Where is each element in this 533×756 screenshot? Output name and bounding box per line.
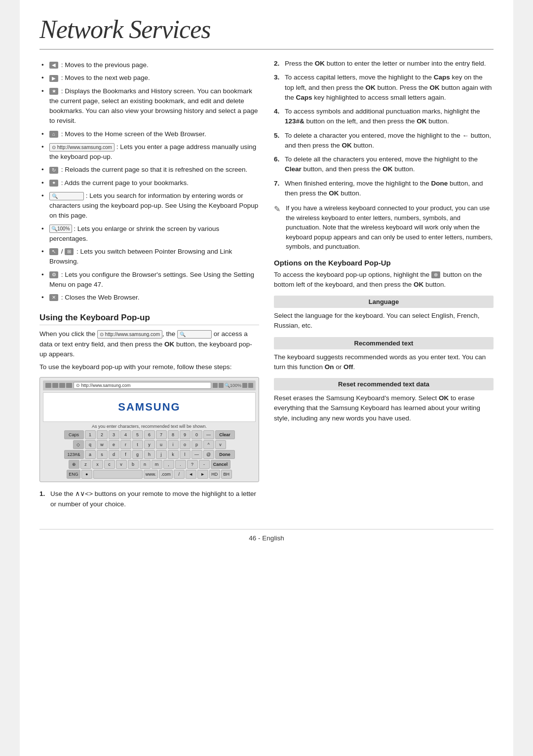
key-3[interactable]: 3 (109, 430, 119, 439)
key-v[interactable]: v (116, 460, 127, 469)
key-question[interactable]: ? (187, 460, 198, 469)
key-hyphen[interactable]: - (199, 460, 210, 469)
spacebar-key[interactable] (93, 470, 143, 479)
key-n[interactable]: n (140, 460, 151, 469)
key-6[interactable]: 6 (144, 430, 155, 439)
list-item: ★ : Displays the Bookmarks and History s… (39, 85, 259, 128)
list-item: ▶ : Moves to the next web page. (39, 72, 259, 84)
key-o[interactable]: o (180, 440, 190, 449)
clear-key[interactable]: Clear (215, 430, 235, 439)
key-globe[interactable]: ⊕ (69, 460, 79, 469)
key-b[interactable]: b (128, 460, 139, 469)
key-c[interactable]: c (104, 460, 115, 469)
samsung-logo-text: SAMSUNG (118, 401, 180, 414)
key-at[interactable]: @ (203, 450, 214, 459)
samsung-logo-area: SAMSUNG (43, 392, 256, 422)
key-period[interactable]: . (175, 460, 186, 469)
zoom-label: 🔍100% (225, 383, 241, 388)
page-title: Network Services (39, 15, 494, 50)
key-p[interactable]: p (191, 440, 202, 449)
key-f[interactable]: f (120, 450, 131, 459)
right-icon-2 (219, 383, 224, 388)
nav-icon-3 (59, 383, 65, 388)
key-h[interactable]: h (144, 450, 155, 459)
close-icon: ✕ (49, 294, 58, 301)
key-j[interactable]: j (156, 450, 167, 459)
key-g[interactable]: g (132, 450, 143, 459)
keyboard-url-bar: ⊙ http://www.samsung.com (74, 382, 211, 389)
key-k[interactable]: k (168, 450, 179, 459)
keyboard-row-5: ENG ● www. .com / ◄ ► HD BH (43, 470, 256, 479)
key-4[interactable]: 4 (120, 430, 131, 439)
topbar-icons (45, 383, 72, 388)
options-intro-text: To access the keyboard pop-up options, h… (274, 270, 494, 290)
key-1[interactable]: 1 (85, 430, 96, 439)
step-2: 2. Press the OK button to enter the lett… (274, 59, 494, 69)
list-item: ◀ : Moves to the previous page. (39, 59, 259, 72)
cancel-key[interactable]: Cancel (211, 460, 230, 469)
step-5: 5. To delete a character you entered, mo… (274, 131, 494, 151)
key-0[interactable]: 0 (191, 430, 202, 439)
bookmark-add-icon: ✦ (49, 180, 58, 187)
recommended-text-subsection-text: The keyboard suggests recommended words … (274, 352, 494, 373)
key-dash2[interactable]: — (191, 450, 202, 459)
right-icon-4 (248, 383, 253, 388)
key-down[interactable]: v (215, 440, 226, 449)
list-item: ⌂ : Moves to the Home screen of the Web … (39, 128, 259, 141)
key-2[interactable]: 2 (97, 430, 108, 439)
keyboard-rows: Caps 1 2 3 4 5 6 7 8 9 0 — Clear (43, 430, 256, 479)
keyboard-row-4: ⊕ z x c v b n m , . ? - Cancel (43, 460, 256, 469)
right-icon-1 (213, 383, 218, 388)
key-m[interactable]: m (152, 460, 162, 469)
keyboard-row-1: Caps 1 2 3 4 5 6 7 8 9 0 — Clear (43, 430, 256, 439)
list-item: ✦ : Adds the current page to your bookma… (39, 177, 259, 189)
key-eng[interactable]: ENG (67, 470, 80, 479)
keyboard-row-3: 123#& a s d f g h j k l — @ Done (43, 450, 256, 459)
done-key[interactable]: Done (215, 450, 235, 459)
key-i[interactable]: i (168, 440, 179, 449)
list-item: ✕ : Closes the Web Browser. (39, 291, 259, 304)
language-subsection-text: Select the language for the keyboard. Yo… (274, 311, 494, 331)
key-bh[interactable]: BH (221, 470, 232, 479)
key-slash[interactable]: / (174, 470, 185, 479)
options-icon: ⊕ (431, 271, 440, 278)
key-comma[interactable]: , (163, 460, 174, 469)
key-7[interactable]: 7 (156, 430, 167, 439)
key-www[interactable]: www. (144, 470, 158, 479)
forward-arrow-icon: ▶ (49, 75, 58, 82)
keyboard-intro-text: When you click the ⊙ http://www.samsung.… (39, 329, 259, 359)
key-8[interactable]: 8 (168, 430, 179, 439)
url-bar-icon: ⊙ http://www.samsung.com (49, 143, 114, 151)
key-w[interactable]: w (97, 440, 108, 449)
key-hd[interactable]: HD (209, 470, 220, 479)
steps-list-right: 2. Press the OK button to enter the lett… (274, 59, 494, 198)
back-arrow-icon: ◀ (49, 62, 58, 69)
key-up[interactable]: ^ (203, 440, 214, 449)
key-z[interactable]: z (80, 460, 91, 469)
key-l[interactable]: l (180, 450, 190, 459)
key-e[interactable]: e (109, 440, 119, 449)
key-d[interactable]: d (109, 450, 119, 459)
reset-subsection-label: Reset recommended text data (274, 378, 494, 390)
key-left-arrow[interactable]: ◄ (186, 470, 196, 479)
feature-bullet-list: ◀ : Moves to the previous page. ▶ : Move… (39, 59, 259, 304)
key-123[interactable]: 123#& (64, 450, 84, 459)
key-y[interactable]: y (144, 440, 155, 449)
key-5[interactable]: 5 (132, 430, 143, 439)
key-x[interactable]: x (92, 460, 103, 469)
key-dotcom[interactable]: .com (159, 470, 173, 479)
key-r[interactable]: r (120, 440, 131, 449)
key-t[interactable]: t (132, 440, 143, 449)
key-right-arrow[interactable]: ► (197, 470, 208, 479)
key-s[interactable]: s (97, 450, 108, 459)
key-a[interactable]: a (85, 450, 96, 459)
key-q[interactable]: q (85, 440, 96, 449)
list-item: ↻ : Reloads the current page so that it … (39, 163, 259, 176)
caps-key[interactable]: Caps (64, 430, 84, 439)
key-9[interactable]: 9 (180, 430, 190, 439)
key-dash[interactable]: — (203, 430, 214, 439)
key-diamond[interactable]: ◇ (73, 440, 84, 449)
key-bullet[interactable]: ● (81, 470, 92, 479)
url-icon-inline: ⊙ http://www.samsung.com (97, 330, 162, 339)
key-u[interactable]: u (156, 440, 167, 449)
